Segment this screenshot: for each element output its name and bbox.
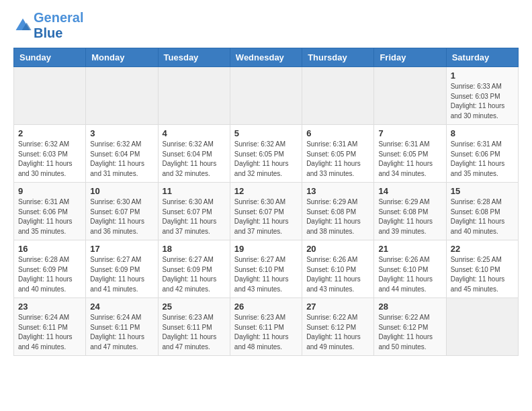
day-info: Sunrise: 6:29 AM Sunset: 6:08 PM Dayligh… [378, 197, 441, 236]
day-number: 12 [234, 186, 298, 196]
week-row-4: 16Sunrise: 6:28 AM Sunset: 6:09 PM Dayli… [14, 240, 519, 298]
day-number: 26 [234, 302, 298, 312]
week-row-3: 9Sunrise: 6:31 AM Sunset: 6:06 PM Daylig… [14, 183, 519, 240]
day-cell: 28Sunrise: 6:22 AM Sunset: 6:12 PM Dayli… [374, 298, 446, 356]
header-cell-tuesday: Tuesday [158, 48, 230, 67]
day-number: 15 [451, 186, 514, 196]
day-cell: 16Sunrise: 6:28 AM Sunset: 6:09 PM Dayli… [14, 240, 86, 298]
day-info: Sunrise: 6:30 AM Sunset: 6:07 PM Dayligh… [163, 197, 226, 236]
day-cell: 4Sunrise: 6:32 AM Sunset: 6:04 PM Daylig… [158, 125, 230, 183]
day-info: Sunrise: 6:28 AM Sunset: 6:08 PM Dayligh… [451, 197, 514, 236]
page-container: General Blue SundayMondayTuesdayWednesda… [0, 0, 532, 366]
day-info: Sunrise: 6:30 AM Sunset: 6:07 PM Dayligh… [234, 197, 298, 236]
header-cell-monday: Monday [86, 48, 158, 67]
day-info: Sunrise: 6:31 AM Sunset: 6:06 PM Dayligh… [18, 197, 81, 236]
day-info: Sunrise: 6:22 AM Sunset: 6:12 PM Dayligh… [378, 313, 441, 352]
day-number: 1 [451, 71, 514, 81]
day-cell [374, 67, 446, 125]
header-cell-thursday: Thursday [302, 48, 374, 67]
day-info: Sunrise: 6:31 AM Sunset: 6:05 PM Dayligh… [378, 140, 441, 179]
week-row-1: 1Sunrise: 6:33 AM Sunset: 6:03 PM Daylig… [14, 67, 519, 125]
day-cell [446, 298, 518, 356]
day-info: Sunrise: 6:32 AM Sunset: 6:03 PM Dayligh… [18, 140, 81, 179]
logo-text: General Blue [34, 10, 83, 41]
day-info: Sunrise: 6:31 AM Sunset: 6:06 PM Dayligh… [451, 140, 514, 179]
day-number: 10 [90, 186, 153, 196]
day-info: Sunrise: 6:27 AM Sunset: 6:09 PM Dayligh… [163, 255, 226, 294]
day-cell: 2Sunrise: 6:32 AM Sunset: 6:03 PM Daylig… [14, 125, 86, 183]
day-number: 27 [306, 302, 369, 312]
day-number: 7 [378, 128, 441, 138]
day-info: Sunrise: 6:25 AM Sunset: 6:10 PM Dayligh… [451, 255, 514, 294]
day-number: 21 [378, 244, 441, 254]
header-cell-saturday: Saturday [446, 48, 518, 67]
header-cell-friday: Friday [374, 48, 446, 67]
day-cell [14, 67, 86, 125]
day-cell: 21Sunrise: 6:26 AM Sunset: 6:10 PM Dayli… [374, 240, 446, 298]
day-number: 23 [18, 302, 81, 312]
day-info: Sunrise: 6:30 AM Sunset: 6:07 PM Dayligh… [90, 197, 153, 236]
day-info: Sunrise: 6:24 AM Sunset: 6:11 PM Dayligh… [90, 313, 153, 352]
day-info: Sunrise: 6:29 AM Sunset: 6:08 PM Dayligh… [306, 197, 369, 236]
day-info: Sunrise: 6:24 AM Sunset: 6:11 PM Dayligh… [18, 313, 81, 352]
week-row-2: 2Sunrise: 6:32 AM Sunset: 6:03 PM Daylig… [14, 125, 519, 183]
day-cell: 14Sunrise: 6:29 AM Sunset: 6:08 PM Dayli… [374, 183, 446, 240]
day-cell [230, 67, 302, 125]
day-info: Sunrise: 6:22 AM Sunset: 6:12 PM Dayligh… [306, 313, 369, 352]
day-info: Sunrise: 6:23 AM Sunset: 6:11 PM Dayligh… [234, 313, 298, 352]
day-info: Sunrise: 6:27 AM Sunset: 6:10 PM Dayligh… [234, 255, 298, 294]
day-cell: 12Sunrise: 6:30 AM Sunset: 6:07 PM Dayli… [230, 183, 302, 240]
logo-icon [13, 16, 32, 35]
day-cell [86, 67, 158, 125]
day-cell: 5Sunrise: 6:32 AM Sunset: 6:05 PM Daylig… [230, 125, 302, 183]
day-number: 4 [163, 128, 226, 138]
calendar-table: SundayMondayTuesdayWednesdayThursdayFrid… [13, 48, 519, 356]
day-cell: 9Sunrise: 6:31 AM Sunset: 6:06 PM Daylig… [14, 183, 86, 240]
day-number: 20 [306, 244, 369, 254]
day-number: 17 [90, 244, 153, 254]
day-cell: 22Sunrise: 6:25 AM Sunset: 6:10 PM Dayli… [446, 240, 518, 298]
day-cell: 13Sunrise: 6:29 AM Sunset: 6:08 PM Dayli… [302, 183, 374, 240]
day-info: Sunrise: 6:32 AM Sunset: 6:04 PM Dayligh… [90, 140, 153, 179]
header: General Blue [13, 10, 519, 41]
day-info: Sunrise: 6:26 AM Sunset: 6:10 PM Dayligh… [378, 255, 441, 294]
day-cell: 3Sunrise: 6:32 AM Sunset: 6:04 PM Daylig… [86, 125, 158, 183]
day-number: 25 [163, 302, 226, 312]
calendar-header: SundayMondayTuesdayWednesdayThursdayFrid… [14, 48, 519, 67]
header-cell-sunday: Sunday [14, 48, 86, 67]
day-info: Sunrise: 6:23 AM Sunset: 6:11 PM Dayligh… [163, 313, 226, 352]
day-number: 6 [306, 128, 369, 138]
day-cell: 18Sunrise: 6:27 AM Sunset: 6:09 PM Dayli… [158, 240, 230, 298]
day-info: Sunrise: 6:26 AM Sunset: 6:10 PM Dayligh… [306, 255, 369, 294]
day-cell: 1Sunrise: 6:33 AM Sunset: 6:03 PM Daylig… [446, 67, 518, 125]
day-cell: 24Sunrise: 6:24 AM Sunset: 6:11 PM Dayli… [86, 298, 158, 356]
day-number: 19 [234, 244, 298, 254]
header-row: SundayMondayTuesdayWednesdayThursdayFrid… [14, 48, 519, 67]
day-number: 13 [306, 186, 369, 196]
day-number: 5 [234, 128, 298, 138]
day-number: 3 [90, 128, 153, 138]
day-number: 8 [451, 128, 514, 138]
day-cell: 19Sunrise: 6:27 AM Sunset: 6:10 PM Dayli… [230, 240, 302, 298]
day-info: Sunrise: 6:33 AM Sunset: 6:03 PM Dayligh… [451, 82, 514, 121]
day-cell: 10Sunrise: 6:30 AM Sunset: 6:07 PM Dayli… [86, 183, 158, 240]
day-cell: 26Sunrise: 6:23 AM Sunset: 6:11 PM Dayli… [230, 298, 302, 356]
day-cell: 25Sunrise: 6:23 AM Sunset: 6:11 PM Dayli… [158, 298, 230, 356]
day-number: 22 [451, 244, 514, 254]
day-number: 16 [18, 244, 81, 254]
week-row-5: 23Sunrise: 6:24 AM Sunset: 6:11 PM Dayli… [14, 298, 519, 356]
day-cell: 8Sunrise: 6:31 AM Sunset: 6:06 PM Daylig… [446, 125, 518, 183]
day-info: Sunrise: 6:32 AM Sunset: 6:05 PM Dayligh… [234, 140, 298, 179]
day-cell [158, 67, 230, 125]
day-number: 24 [90, 302, 153, 312]
day-number: 11 [163, 186, 226, 196]
header-cell-wednesday: Wednesday [230, 48, 302, 67]
day-number: 18 [163, 244, 226, 254]
day-number: 2 [18, 128, 81, 138]
day-number: 9 [18, 186, 81, 196]
day-cell: 27Sunrise: 6:22 AM Sunset: 6:12 PM Dayli… [302, 298, 374, 356]
day-cell: 20Sunrise: 6:26 AM Sunset: 6:10 PM Dayli… [302, 240, 374, 298]
day-cell: 23Sunrise: 6:24 AM Sunset: 6:11 PM Dayli… [14, 298, 86, 356]
logo: General Blue [13, 10, 83, 41]
day-cell: 6Sunrise: 6:31 AM Sunset: 6:05 PM Daylig… [302, 125, 374, 183]
